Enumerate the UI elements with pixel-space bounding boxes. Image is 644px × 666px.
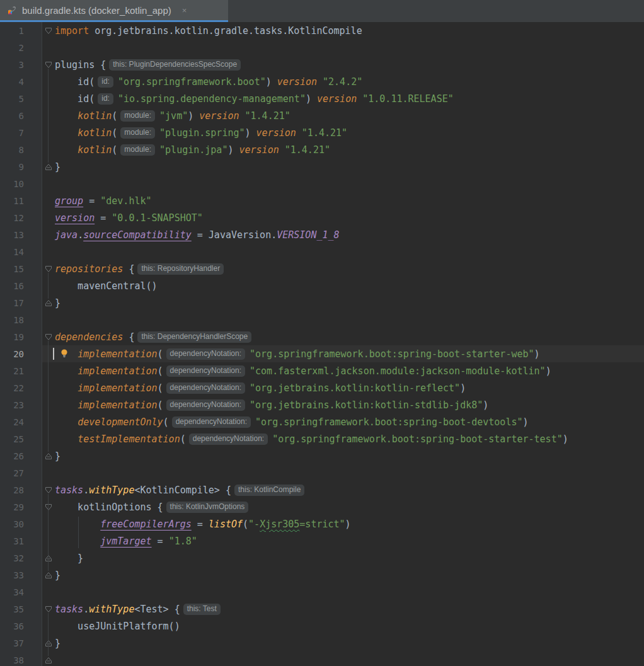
code-text[interactable] (55, 175, 644, 192)
fold-close-icon[interactable] (45, 299, 52, 307)
code-text[interactable]: kotlin(module:"plugin.spring") version "… (55, 124, 644, 141)
fold-open-icon[interactable] (45, 333, 52, 341)
fold-column (42, 617, 55, 634)
fold-close-icon[interactable] (45, 640, 52, 647)
code-line-38[interactable]: 38 (0, 652, 644, 666)
code-text[interactable] (55, 39, 644, 56)
code-text[interactable]: tasks.withType<Test> {this: Test (55, 600, 644, 617)
code-text[interactable]: } (55, 549, 644, 566)
code-text[interactable] (55, 583, 644, 600)
code-text[interactable]: java.sourceCompatibility = JavaVersion.V… (55, 226, 644, 243)
code-line-14[interactable]: 14 (0, 243, 644, 260)
fold-column (42, 73, 55, 90)
code-text[interactable]: } (55, 634, 644, 652)
code-line-15[interactable]: 15repositories {this: RepositoryHandler (0, 260, 644, 277)
code-text[interactable] (55, 243, 644, 260)
fold-open-icon[interactable] (45, 606, 52, 613)
code-line-24[interactable]: 24 developmentOnly(dependencyNotation:"o… (0, 413, 644, 430)
fold-open-icon[interactable] (45, 61, 52, 69)
code-text[interactable] (55, 652, 644, 666)
code-text[interactable]: plugins {this: PluginDependenciesSpecSco… (55, 56, 644, 73)
code-line-27[interactable]: 27 (0, 464, 644, 481)
code-text[interactable]: tasks.withType<KotlinCompile> {this: Kot… (55, 481, 644, 498)
code-line-8[interactable]: 8 kotlin(module:"plugin.jpa") version "1… (0, 141, 644, 158)
code-line-7[interactable]: 7 kotlin(module:"plugin.spring") version… (0, 124, 644, 141)
code-text[interactable]: repositories {this: RepositoryHandler (55, 260, 644, 277)
code-token: . (83, 485, 89, 496)
tab-build-gradle-kts[interactable]: build.gradle.kts (docker_kotlin_app) × (0, 0, 228, 22)
code-text[interactable]: kotlin(module:"jvm") version "1.4.21" (55, 107, 644, 124)
code-line-2[interactable]: 2 (0, 39, 644, 56)
code-line-30[interactable]: 30 freeCompilerArgs = listOf("-Xjsr305=s… (0, 515, 644, 532)
code-line-11[interactable]: 11group = "dev.hlk" (0, 192, 644, 209)
fold-close-icon[interactable] (45, 554, 52, 562)
code-line-33[interactable]: 33} (0, 566, 644, 583)
code-text[interactable]: version = "0.0.1-SNAPSHOT" (55, 209, 644, 226)
code-text[interactable] (55, 311, 644, 328)
code-line-36[interactable]: 36 useJUnitPlatform() (0, 617, 644, 634)
code-text[interactable]: implementation(dependencyNotation:"org.s… (55, 345, 644, 362)
code-text[interactable]: testImplementation(dependencyNotation:"o… (55, 430, 644, 447)
code-text[interactable]: jvmTarget = "1.8" (55, 532, 644, 549)
intention-bulb-icon[interactable] (59, 348, 69, 359)
code-line-26[interactable]: 26} (0, 447, 644, 464)
code-line-32[interactable]: 32 } (0, 549, 644, 566)
code-text[interactable]: mavenCentral() (55, 277, 644, 294)
code-editor[interactable]: 1import org.jetbrains.kotlin.gradle.task… (0, 22, 644, 666)
code-line-35[interactable]: 35tasks.withType<Test> {this: Test (0, 600, 644, 617)
code-text[interactable] (55, 464, 644, 481)
code-text[interactable]: } (55, 447, 644, 464)
code-line-18[interactable]: 18 (0, 311, 644, 328)
fold-open-icon[interactable] (45, 265, 52, 273)
code-text[interactable]: kotlinOptions {this: KotlinJvmOptions (55, 498, 644, 515)
code-text[interactable]: } (55, 566, 644, 583)
code-line-5[interactable]: 5 id(id:"io.spring.dependency-management… (0, 90, 644, 107)
code-line-21[interactable]: 21 implementation(dependencyNotation:"co… (0, 362, 644, 379)
code-line-6[interactable]: 6 kotlin(module:"jvm") version "1.4.21" (0, 107, 644, 124)
code-line-17[interactable]: 17} (0, 294, 644, 311)
fold-open-icon[interactable] (45, 503, 52, 511)
code-text[interactable]: implementation(dependencyNotation:"com.f… (55, 362, 644, 379)
code-text[interactable]: } (55, 158, 644, 175)
code-text[interactable]: freeCompilerArgs = listOf("-Xjsr305=stri… (55, 515, 644, 532)
code-text[interactable]: developmentOnly(dependencyNotation:"org.… (55, 413, 644, 430)
code-line-9[interactable]: 9} (0, 158, 644, 175)
fold-open-icon[interactable] (45, 27, 52, 35)
code-line-1[interactable]: 1import org.jetbrains.kotlin.gradle.task… (0, 22, 644, 39)
code-line-25[interactable]: 25 testImplementation(dependencyNotation… (0, 430, 644, 447)
code-line-4[interactable]: 4 id(id:"org.springframework.boot") vers… (0, 73, 644, 90)
code-line-3[interactable]: 3plugins {this: PluginDependenciesSpecSc… (0, 56, 644, 73)
code-text[interactable]: } (55, 294, 644, 311)
code-line-12[interactable]: 12version = "0.0.1-SNAPSHOT" (0, 209, 644, 226)
code-text[interactable]: useJUnitPlatform() (55, 617, 644, 634)
code-line-22[interactable]: 22 implementation(dependencyNotation:"or… (0, 379, 644, 396)
fold-close-icon[interactable] (45, 163, 52, 171)
code-line-10[interactable]: 10 (0, 175, 644, 192)
code-line-16[interactable]: 16 mavenCentral() (0, 277, 644, 294)
code-text[interactable]: id(id:"io.spring.dependency-management")… (55, 90, 644, 107)
code-line-28[interactable]: 28tasks.withType<KotlinCompile> {this: K… (0, 481, 644, 498)
code-line-29[interactable]: 29 kotlinOptions {this: KotlinJvmOptions (0, 498, 644, 515)
fold-open-icon[interactable] (45, 486, 52, 494)
code-text[interactable]: import org.jetbrains.kotlin.gradle.tasks… (55, 22, 644, 39)
code-line-34[interactable]: 34 (0, 583, 644, 600)
code-text[interactable]: implementation(dependencyNotation:"org.j… (55, 379, 644, 396)
code-text[interactable]: id(id:"org.springframework.boot") versio… (55, 73, 644, 90)
code-line-19[interactable]: 19dependencies {this: DependencyHandlerS… (0, 328, 644, 345)
code-line-20[interactable]: 20 implementation(dependencyNotation:"or… (0, 345, 644, 362)
code-text[interactable]: group = "dev.hlk" (55, 192, 644, 209)
line-number: 32 (0, 553, 24, 563)
code-token: java (55, 229, 78, 241)
code-text[interactable]: dependencies {this: DependencyHandlerSco… (55, 328, 644, 345)
code-line-37[interactable]: 37} (0, 634, 644, 652)
code-line-31[interactable]: 31 jvmTarget = "1.8" (0, 532, 644, 549)
code-line-23[interactable]: 23 implementation(dependencyNotation:"or… (0, 396, 644, 413)
tab-close-icon[interactable]: × (182, 6, 187, 15)
code-text[interactable]: implementation(dependencyNotation:"org.j… (55, 396, 644, 413)
inlay-hint: module: (120, 144, 155, 156)
fold-close-icon[interactable] (45, 452, 52, 460)
fold-close-icon[interactable] (45, 657, 52, 664)
fold-close-icon[interactable] (45, 571, 52, 579)
code-line-13[interactable]: 13java.sourceCompatibility = JavaVersion… (0, 226, 644, 243)
code-text[interactable]: kotlin(module:"plugin.jpa") version "1.4… (55, 141, 644, 158)
